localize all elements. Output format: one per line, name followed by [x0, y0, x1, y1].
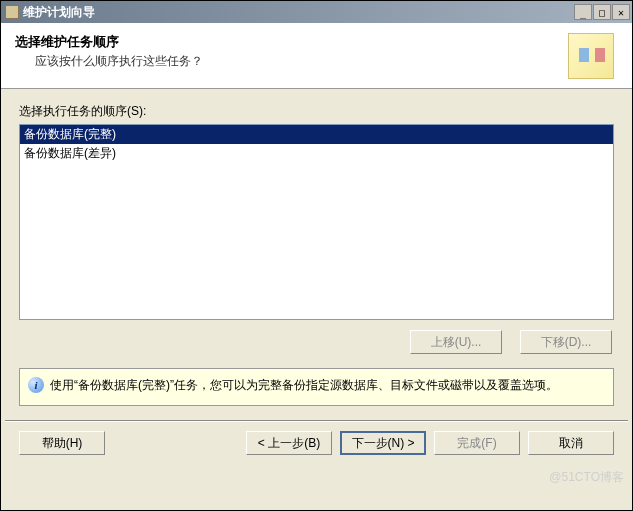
close-button[interactable]: ✕ [612, 4, 630, 20]
info-box: i 使用“备份数据库(完整)”任务，您可以为完整备份指定源数据库、目标文件或磁带… [19, 368, 614, 406]
page-subtitle: 应该按什么顺序执行这些任务？ [15, 53, 568, 70]
back-button[interactable]: < 上一步(B) [246, 431, 332, 455]
header-text-block: 选择维护任务顺序 应该按什么顺序执行这些任务？ [15, 33, 568, 78]
finish-button[interactable]: 完成(F) [434, 431, 520, 455]
minimize-button[interactable]: _ [574, 4, 592, 20]
cancel-button[interactable]: 取消 [528, 431, 614, 455]
titlebar: 维护计划向导 _ □ ✕ [1, 1, 632, 23]
move-up-button[interactable]: 上移(U)... [410, 330, 502, 354]
window-controls: _ □ ✕ [574, 4, 630, 20]
list-label: 选择执行任务的顺序(S): [19, 103, 614, 120]
task-listbox[interactable]: 备份数据库(完整) 备份数据库(差异) [19, 124, 614, 320]
wizard-window: 维护计划向导 _ □ ✕ 选择维护任务顺序 应该按什么顺序执行这些任务？ 选择执… [0, 0, 633, 511]
footer-buttons: 帮助(H) < 上一步(B) 下一步(N) > 完成(F) 取消 [1, 421, 632, 465]
app-icon [5, 5, 19, 19]
help-button[interactable]: 帮助(H) [19, 431, 105, 455]
watermark: @51CTO博客 [549, 469, 624, 486]
list-item[interactable]: 备份数据库(完整) [20, 125, 613, 144]
maximize-button[interactable]: □ [593, 4, 611, 20]
list-item[interactable]: 备份数据库(差异) [20, 144, 613, 163]
next-button[interactable]: 下一步(N) > [340, 431, 426, 455]
info-text: 使用“备份数据库(完整)”任务，您可以为完整备份指定源数据库、目标文件或磁带以及… [50, 377, 558, 394]
info-icon: i [28, 377, 44, 393]
wizard-header-icon [568, 33, 614, 79]
move-buttons: 上移(U)... 下移(D)... [19, 330, 614, 354]
content-area: 选择执行任务的顺序(S): 备份数据库(完整) 备份数据库(差异) 上移(U).… [1, 89, 632, 354]
page-title: 选择维护任务顺序 [15, 33, 568, 51]
window-title: 维护计划向导 [23, 4, 570, 21]
move-down-button[interactable]: 下移(D)... [520, 330, 612, 354]
wizard-header: 选择维护任务顺序 应该按什么顺序执行这些任务？ [1, 23, 632, 89]
